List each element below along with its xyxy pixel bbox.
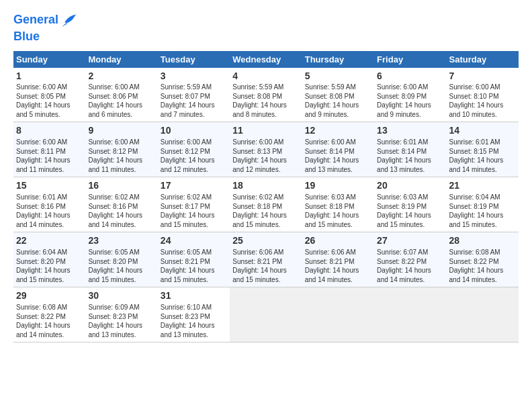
calendar-cell: 7Sunrise: 6:00 AMSunset: 8:10 PMDaylight… [447,68,519,122]
col-header-monday: Monday [85,51,157,68]
calendar-cell: 22Sunrise: 6:04 AMSunset: 8:20 PMDayligh… [13,232,85,287]
calendar-cell [302,287,374,342]
calendar-cell: 27Sunrise: 6:07 AMSunset: 8:22 PMDayligh… [374,232,446,287]
day-info: Sunrise: 6:03 AMSunset: 8:18 PMDaylight:… [305,193,371,229]
day-info: Sunrise: 6:08 AMSunset: 8:22 PMDaylight:… [16,303,83,339]
day-number: 29 [16,289,83,302]
calendar-cell: 15Sunrise: 6:01 AMSunset: 8:16 PMDayligh… [13,177,85,232]
day-number: 4 [232,70,299,83]
day-info: Sunrise: 6:00 AMSunset: 8:06 PMDaylight:… [88,83,154,119]
day-info: Sunrise: 6:01 AMSunset: 8:15 PMDaylight:… [449,138,516,174]
day-number: 24 [161,234,227,247]
day-info: Sunrise: 6:03 AMSunset: 8:19 PMDaylight:… [377,193,443,229]
day-info: Sunrise: 5:59 AMSunset: 8:07 PMDaylight:… [161,83,227,119]
day-number: 28 [449,234,516,247]
day-number: 25 [232,234,299,247]
calendar-cell: 4Sunrise: 5:59 AMSunset: 8:08 PMDaylight… [230,68,302,122]
week-row-0: 1Sunrise: 6:00 AMSunset: 8:05 PMDaylight… [13,68,519,122]
calendar-cell: 30Sunrise: 6:09 AMSunset: 8:23 PMDayligh… [85,287,157,342]
day-number: 10 [161,124,227,137]
calendar-cell: 2Sunrise: 6:00 AMSunset: 8:06 PMDaylight… [85,68,157,122]
col-header-thursday: Thursday [302,51,374,68]
calendar-cell: 18Sunrise: 6:02 AMSunset: 8:18 PMDayligh… [230,177,302,232]
header-row: SundayMondayTuesdayWednesdayThursdayFrid… [13,51,519,68]
day-info: Sunrise: 6:10 AMSunset: 8:23 PMDaylight:… [161,303,227,339]
day-info: Sunrise: 6:00 AMSunset: 8:13 PMDaylight:… [232,138,299,174]
day-info: Sunrise: 6:06 AMSunset: 8:21 PMDaylight:… [305,248,371,284]
day-info: Sunrise: 6:09 AMSunset: 8:23 PMDaylight:… [88,303,154,339]
day-number: 6 [377,70,443,83]
col-header-friday: Friday [374,51,446,68]
calendar-cell: 17Sunrise: 6:02 AMSunset: 8:17 PMDayligh… [158,177,230,232]
col-header-wednesday: Wednesday [230,51,302,68]
day-number: 2 [88,70,154,83]
day-number: 3 [161,70,227,83]
page: General Blue SundayMondayTuesdayWednesda… [0,0,532,349]
calendar-cell: 31Sunrise: 6:10 AMSunset: 8:23 PMDayligh… [158,287,230,342]
day-info: Sunrise: 6:02 AMSunset: 8:18 PMDaylight:… [232,193,299,229]
logo: General Blue [13,11,79,44]
day-number: 12 [305,124,371,137]
day-info: Sunrise: 6:01 AMSunset: 8:16 PMDaylight:… [16,193,83,229]
day-number: 14 [449,124,516,137]
calendar-cell: 11Sunrise: 6:00 AMSunset: 8:13 PMDayligh… [230,122,302,177]
day-number: 7 [449,70,516,83]
day-number: 19 [305,179,371,192]
calendar-cell: 13Sunrise: 6:01 AMSunset: 8:14 PMDayligh… [374,122,446,177]
calendar-cell: 28Sunrise: 6:08 AMSunset: 8:22 PMDayligh… [447,232,519,287]
week-row-4: 29Sunrise: 6:08 AMSunset: 8:22 PMDayligh… [13,287,519,342]
calendar-cell [447,287,519,342]
day-number: 31 [161,289,227,302]
logo-bird-icon [60,11,79,30]
calendar-cell: 1Sunrise: 6:00 AMSunset: 8:05 PMDaylight… [13,68,85,122]
calendar-cell: 29Sunrise: 6:08 AMSunset: 8:22 PMDayligh… [13,287,85,342]
day-info: Sunrise: 6:00 AMSunset: 8:12 PMDaylight:… [88,138,154,174]
day-number: 26 [305,234,371,247]
day-number: 5 [305,70,371,83]
calendar-cell: 14Sunrise: 6:01 AMSunset: 8:15 PMDayligh… [447,122,519,177]
day-number: 15 [16,179,83,192]
day-info: Sunrise: 5:59 AMSunset: 8:08 PMDaylight:… [232,83,299,119]
day-info: Sunrise: 6:04 AMSunset: 8:19 PMDaylight:… [449,193,516,229]
day-info: Sunrise: 6:05 AMSunset: 8:21 PMDaylight:… [161,248,227,284]
logo-text: General [13,13,58,28]
day-number: 20 [377,179,443,192]
day-number: 1 [16,70,83,83]
col-header-tuesday: Tuesday [158,51,230,68]
header: General Blue [13,11,519,44]
calendar-cell: 21Sunrise: 6:04 AMSunset: 8:19 PMDayligh… [447,177,519,232]
calendar-cell: 20Sunrise: 6:03 AMSunset: 8:19 PMDayligh… [374,177,446,232]
day-number: 13 [377,124,443,137]
day-number: 23 [88,234,154,247]
calendar-cell [230,287,302,342]
day-number: 8 [16,124,83,137]
calendar-cell: 23Sunrise: 6:05 AMSunset: 8:20 PMDayligh… [85,232,157,287]
calendar-cell: 9Sunrise: 6:00 AMSunset: 8:12 PMDaylight… [85,122,157,177]
day-info: Sunrise: 6:02 AMSunset: 8:17 PMDaylight:… [161,193,227,229]
week-row-3: 22Sunrise: 6:04 AMSunset: 8:20 PMDayligh… [13,232,519,287]
day-info: Sunrise: 6:00 AMSunset: 8:05 PMDaylight:… [16,83,83,119]
calendar-cell: 19Sunrise: 6:03 AMSunset: 8:18 PMDayligh… [302,177,374,232]
day-number: 17 [161,179,227,192]
day-number: 11 [232,124,299,137]
calendar-cell: 5Sunrise: 5:59 AMSunset: 8:08 PMDaylight… [302,68,374,122]
day-info: Sunrise: 6:02 AMSunset: 8:16 PMDaylight:… [88,193,154,229]
day-number: 16 [88,179,154,192]
logo-blue: Blue [13,30,40,43]
day-info: Sunrise: 6:00 AMSunset: 8:12 PMDaylight:… [161,138,227,174]
day-info: Sunrise: 6:00 AMSunset: 8:14 PMDaylight:… [305,138,371,174]
day-info: Sunrise: 6:07 AMSunset: 8:22 PMDaylight:… [377,248,443,284]
day-number: 18 [232,179,299,192]
day-number: 22 [16,234,83,247]
calendar-cell [374,287,446,342]
day-info: Sunrise: 6:05 AMSunset: 8:20 PMDaylight:… [88,248,154,284]
calendar-cell: 8Sunrise: 6:00 AMSunset: 8:11 PMDaylight… [13,122,85,177]
calendar-cell: 16Sunrise: 6:02 AMSunset: 8:16 PMDayligh… [85,177,157,232]
calendar-cell: 12Sunrise: 6:00 AMSunset: 8:14 PMDayligh… [302,122,374,177]
day-number: 30 [88,289,154,302]
week-row-1: 8Sunrise: 6:00 AMSunset: 8:11 PMDaylight… [13,122,519,177]
day-info: Sunrise: 6:01 AMSunset: 8:14 PMDaylight:… [377,138,443,174]
day-number: 21 [449,179,516,192]
calendar-cell: 6Sunrise: 6:00 AMSunset: 8:09 PMDaylight… [374,68,446,122]
day-info: Sunrise: 6:00 AMSunset: 8:10 PMDaylight:… [449,83,516,119]
